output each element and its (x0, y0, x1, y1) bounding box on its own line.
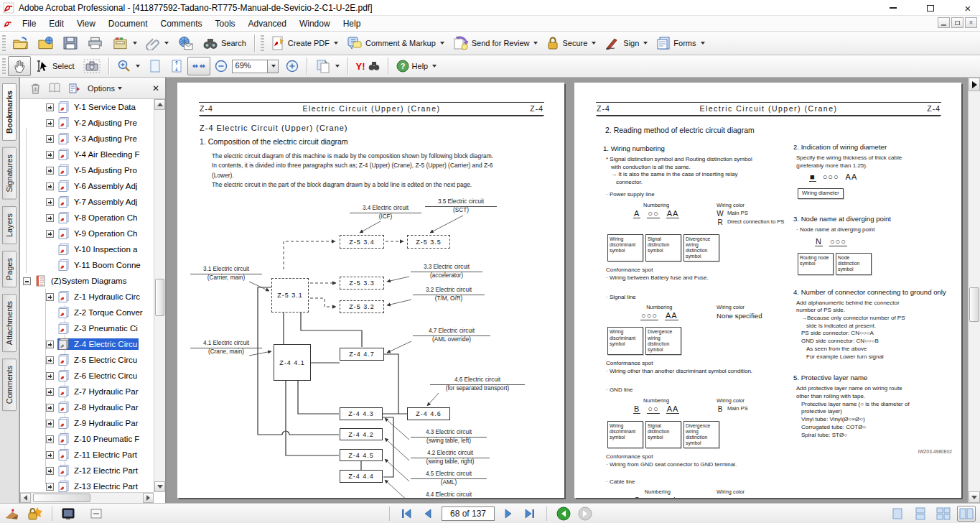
bookmark-item[interactable]: Z-10 Pneumatic F (20, 431, 154, 447)
doc-restore-button[interactable] (951, 17, 963, 28)
bookmark-item[interactable]: Z-11 Electric Part (20, 447, 154, 463)
bookmark-label[interactable]: (Z)System Diagrams (50, 276, 128, 286)
fit-height-button[interactable] (166, 56, 187, 76)
bookmark-item[interactable]: Z-2 Torque Conver (20, 305, 154, 320)
expand-plus-icon[interactable] (46, 451, 54, 459)
bookmark-label[interactable]: Y-7 Assembly Adj (73, 197, 139, 207)
attach-button[interactable] (141, 33, 173, 53)
bookmark-label[interactable]: Z-7 Hydraulic Par (73, 387, 139, 397)
bookmark-item[interactable]: Z-13 Electric Part (20, 478, 154, 492)
menu-advanced[interactable]: Advanced (242, 17, 293, 30)
create-pdf-button[interactable]: Create PDF (266, 33, 342, 53)
bookmark-label[interactable]: Y-8 Operation Ch (73, 213, 139, 223)
menu-document[interactable]: Document (102, 17, 154, 30)
bookmark-item[interactable]: (Z)System Diagrams (20, 273, 154, 289)
options-menu[interactable]: Options (88, 84, 122, 93)
expand-plus-icon[interactable] (46, 388, 54, 396)
bookmark-label[interactable]: Y-4 Air Bleeding F (73, 149, 141, 159)
expand-plus-icon[interactable] (46, 356, 54, 364)
document-vertical-scrollbar[interactable] (968, 78, 980, 503)
security-status-icon[interactable] (26, 506, 43, 522)
bookmark-label[interactable]: Z-8 Hydraulic Par (73, 402, 139, 412)
expand-plus-icon[interactable] (46, 404, 54, 412)
bookmark-label[interactable]: Z-10 Pneumatic F (73, 434, 141, 444)
bookmark-item[interactable]: Z-8 Hydraulic Par (20, 399, 154, 415)
page-setup-button[interactable] (311, 56, 344, 76)
bookmark-item[interactable]: Y-1 Service Data (20, 99, 154, 115)
last-page-button[interactable] (522, 506, 538, 522)
organizer-button[interactable] (108, 33, 141, 53)
email-button[interactable] (173, 33, 198, 53)
sidebar-tab-signatures[interactable]: Signatures (2, 147, 17, 200)
menu-view[interactable]: View (70, 17, 102, 30)
toolbar-grip[interactable] (261, 35, 264, 51)
doc-minimize-button[interactable] (938, 17, 950, 28)
comment-markup-button[interactable]: Comment & Markup (342, 33, 449, 53)
select-tool-button[interactable]: Select (31, 57, 79, 75)
expand-plus-icon[interactable] (46, 420, 54, 427)
print-button[interactable] (83, 33, 108, 53)
expand-plus-icon[interactable] (46, 135, 54, 143)
bookmark-item[interactable]: Y-2 Adjusting Pre (20, 115, 154, 131)
expand-plus-icon[interactable] (46, 372, 54, 380)
bookmark-item[interactable]: Z-3 Pneumatic Ci (20, 320, 154, 336)
zoom-in-button[interactable] (281, 57, 303, 75)
bookmark-label[interactable]: Y-9 Operation Ch (73, 228, 139, 239)
menu-window[interactable]: Window (293, 17, 337, 30)
bookmark-label[interactable]: Y-6 Assembly Adj (73, 181, 139, 191)
bookmark-label[interactable]: Y-10 Inspection a (73, 244, 139, 254)
page-number-field[interactable]: 68 of 137 (442, 506, 495, 521)
single-page-layout-button[interactable] (888, 506, 907, 522)
next-view-button[interactable] (577, 506, 593, 522)
bookmark-item[interactable]: Y-7 Assembly Adj (20, 194, 154, 210)
close-button[interactable]: × (961, 2, 974, 14)
zoom-out-button[interactable] (210, 57, 232, 75)
zoom-level-input[interactable]: 69% (232, 60, 268, 73)
next-page-button[interactable] (500, 506, 516, 522)
expand-plus-icon[interactable] (46, 230, 54, 238)
yahoo-search-button[interactable]: Y! (352, 58, 384, 75)
doc-close-button[interactable]: × (965, 17, 977, 28)
bookmark-item[interactable]: Y-9 Operation Ch (20, 226, 154, 241)
bookmarks-vertical-scrollbar[interactable] (154, 99, 165, 492)
zoom-dropdown-button[interactable] (268, 60, 279, 73)
expand-plus-icon[interactable] (46, 293, 54, 301)
bookmark-label[interactable]: Z-3 Pneumatic Ci (73, 323, 139, 333)
expand-plus-icon[interactable] (46, 119, 54, 127)
expand-plus-icon[interactable] (46, 182, 54, 190)
page-mode-icon[interactable] (90, 508, 103, 519)
restore-button[interactable] (924, 2, 937, 14)
expand-plus-icon[interactable] (46, 467, 54, 475)
previous-view-button[interactable] (556, 506, 571, 522)
bookmark-item[interactable]: Z-9 Hydraulic Par (20, 415, 154, 431)
bookmark-label[interactable]: Y-1 Service Data (73, 102, 137, 112)
continuous-layout-button[interactable] (911, 506, 930, 522)
menu-comments[interactable]: Comments (154, 17, 209, 30)
bookmark-item[interactable]: Y-4 Air Bleeding F (20, 147, 154, 162)
bookmark-label[interactable]: Z-2 Torque Conver (73, 307, 144, 318)
expand-plus-icon[interactable] (46, 198, 54, 206)
bookmark-label[interactable]: Y-3 Adjusting Pre (73, 134, 139, 144)
bookmark-item[interactable]: Y-5 Adjusting Pro (20, 162, 154, 178)
minimize-button[interactable] (887, 2, 900, 14)
facing-layout-button[interactable] (934, 506, 953, 522)
bookmark-item[interactable]: Z-4 Electric Circu (20, 336, 154, 352)
screen-mode-icon[interactable] (61, 507, 75, 520)
expand-plus-icon[interactable] (46, 341, 54, 348)
search-button[interactable]: Search (198, 33, 251, 53)
sign-button[interactable]: Sign (600, 33, 652, 53)
sidebar-tab-pages[interactable]: Pages (2, 251, 17, 287)
bookmark-label[interactable]: Z-11 Electric Part (73, 450, 139, 460)
expand-bookmark-icon[interactable] (48, 83, 61, 93)
document-view[interactable]: Z-4 Electric Circuit (Upper) (Crane) Z-4… (167, 78, 968, 503)
delete-bookmark-icon[interactable] (30, 83, 41, 94)
bookmark-label[interactable]: Y-5 Adjusting Pro (73, 165, 139, 175)
bookmark-label[interactable]: Y-11 Boom Conne (73, 260, 142, 270)
bookmark-item[interactable]: Y-6 Assembly Adj (20, 178, 154, 194)
expand-plus-icon[interactable] (46, 435, 54, 443)
zoom-tool-button[interactable] (113, 56, 144, 76)
bookmark-item[interactable]: Z-7 Hydraulic Par (20, 384, 154, 399)
snapshot-button[interactable] (79, 56, 105, 76)
menu-help[interactable]: Help (337, 17, 368, 30)
two-up-layout-button[interactable] (957, 506, 976, 522)
